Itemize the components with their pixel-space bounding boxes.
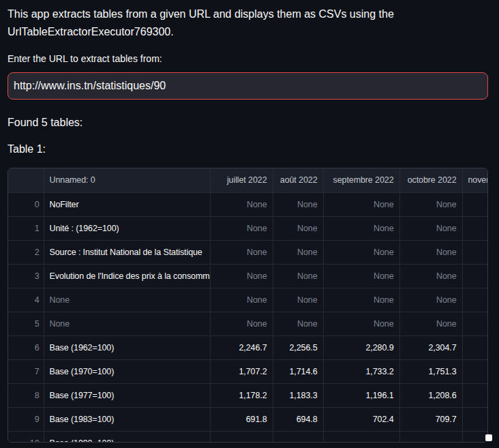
table-cell[interactable]: 709.7 bbox=[399, 407, 462, 431]
table-cell[interactable]: None bbox=[323, 312, 399, 335]
table-cell[interactable]: 691.8 bbox=[210, 407, 273, 431]
table-cell[interactable]: 2,304.7 bbox=[399, 335, 462, 359]
row-index-cell[interactable]: 9 bbox=[8, 407, 44, 431]
table-resize-handle-icon[interactable] bbox=[485, 434, 492, 441]
table-cell[interactable]: None bbox=[210, 240, 273, 264]
table-cell[interactable] bbox=[462, 407, 487, 431]
table-cell[interactable]: 702.4 bbox=[323, 407, 399, 431]
table-row: 5NoneNoneNoneNoneNone bbox=[8, 312, 487, 335]
table-cell[interactable]: None bbox=[399, 312, 462, 335]
table-cell[interactable]: None bbox=[273, 240, 323, 264]
row-index-cell[interactable]: 4 bbox=[8, 288, 44, 312]
table-row: 10Base (1990=100) bbox=[8, 431, 487, 443]
table-cell[interactable] bbox=[462, 264, 487, 288]
found-tables-text: Found 5 tables: bbox=[7, 116, 488, 130]
table-cell[interactable]: None bbox=[323, 192, 399, 216]
table-cell[interactable]: 1,183.3 bbox=[273, 383, 323, 407]
table-cell[interactable]: None bbox=[273, 216, 323, 240]
table-row: 9Base (1983=100)691.8694.8702.4709.7 bbox=[8, 407, 487, 431]
row-index-cell[interactable]: 0 bbox=[8, 192, 44, 216]
table-cell[interactable]: 1,707.2 bbox=[210, 359, 273, 383]
table-cell[interactable]: 1,733.2 bbox=[323, 359, 399, 383]
table-cell[interactable]: Base (1962=100) bbox=[44, 335, 210, 359]
table-cell[interactable]: 2,280.9 bbox=[323, 335, 399, 359]
dataframe-frame: Unnamed: 0juillet 2022août 2022septembre… bbox=[7, 168, 488, 443]
table-cell[interactable] bbox=[462, 312, 487, 335]
table-cell[interactable] bbox=[462, 240, 487, 264]
row-index-cell[interactable]: 10 bbox=[8, 431, 44, 443]
row-index-cell[interactable]: 6 bbox=[8, 335, 44, 359]
table-cell[interactable]: None bbox=[44, 288, 210, 312]
table-cell[interactable]: Base (1983=100) bbox=[44, 407, 210, 431]
table-cell[interactable] bbox=[462, 383, 487, 407]
table-row: 7Base (1970=100)1,707.21,714.61,733.21,7… bbox=[8, 359, 487, 383]
table-cell[interactable]: None bbox=[273, 288, 323, 312]
table-cell[interactable] bbox=[323, 431, 399, 443]
table-cell[interactable]: 2,256.5 bbox=[273, 335, 323, 359]
table-cell[interactable]: 1,178.2 bbox=[210, 383, 273, 407]
table-cell[interactable]: 1,208.6 bbox=[399, 383, 462, 407]
table-cell[interactable]: None bbox=[273, 264, 323, 288]
column-header[interactable]: octobre 2022 bbox=[399, 168, 462, 192]
header-row: Unnamed: 0juillet 2022août 2022septembre… bbox=[8, 168, 487, 192]
row-index-cell[interactable]: 1 bbox=[8, 216, 44, 240]
table-cell[interactable]: None bbox=[323, 264, 399, 288]
table-cell[interactable]: None bbox=[399, 240, 462, 264]
table-cell[interactable]: 694.8 bbox=[273, 407, 323, 431]
row-index-cell[interactable]: 2 bbox=[8, 240, 44, 264]
table-cell[interactable] bbox=[273, 431, 323, 443]
column-header[interactable]: septembre 2022 bbox=[323, 168, 399, 192]
table-cell[interactable]: 1,751.3 bbox=[399, 359, 462, 383]
table-cell[interactable] bbox=[399, 431, 462, 443]
table-cell[interactable] bbox=[462, 216, 487, 240]
table-cell[interactable] bbox=[462, 192, 487, 216]
table-cell[interactable]: None bbox=[399, 216, 462, 240]
row-index-cell[interactable]: 8 bbox=[8, 383, 44, 407]
table-cell[interactable] bbox=[462, 359, 487, 383]
row-index-cell[interactable]: 7 bbox=[8, 359, 44, 383]
table-cell[interactable] bbox=[462, 431, 487, 443]
table-cell[interactable] bbox=[462, 288, 487, 312]
table-cell[interactable]: 1,714.6 bbox=[273, 359, 323, 383]
table-cell[interactable]: Base (1977=100) bbox=[44, 383, 210, 407]
url-input-label: Enter the URL to extract tables from: bbox=[7, 53, 488, 65]
table-cell[interactable]: NoFilter bbox=[44, 192, 210, 216]
table-cell[interactable] bbox=[462, 335, 487, 359]
table-cell[interactable]: Unité : (1962=100) bbox=[44, 216, 210, 240]
table-cell[interactable]: None bbox=[399, 264, 462, 288]
table-cell[interactable]: None bbox=[273, 192, 323, 216]
column-header[interactable]: novembre 2022 bbox=[462, 168, 487, 192]
column-header[interactable] bbox=[8, 168, 44, 192]
table-cell[interactable]: None bbox=[323, 216, 399, 240]
table-cell[interactable]: None bbox=[210, 264, 273, 288]
table-cell[interactable]: None bbox=[210, 216, 273, 240]
table-cell[interactable]: Source : Institut National de la Statist… bbox=[44, 240, 210, 264]
url-input[interactable] bbox=[7, 72, 488, 100]
table-row: 2Source : Institut National de la Statis… bbox=[8, 240, 487, 264]
row-index-cell[interactable]: 3 bbox=[8, 264, 44, 288]
table-cell[interactable]: None bbox=[323, 240, 399, 264]
column-header[interactable]: août 2022 bbox=[273, 168, 323, 192]
table-cell[interactable]: 1,196.1 bbox=[323, 383, 399, 407]
table-cell[interactable]: Evolution de l'Indice des prix à la cons… bbox=[44, 264, 210, 288]
column-header[interactable]: Unnamed: 0 bbox=[44, 168, 210, 192]
table-cell[interactable]: None bbox=[399, 192, 462, 216]
table-cell[interactable]: None bbox=[323, 288, 399, 312]
table-cell[interactable]: 2,246.7 bbox=[210, 335, 273, 359]
table-cell[interactable]: None bbox=[210, 312, 273, 335]
row-index-cell[interactable]: 5 bbox=[8, 312, 44, 335]
table-cell[interactable]: None bbox=[44, 312, 210, 335]
table-row: 1Unité : (1962=100)NoneNoneNoneNone bbox=[8, 216, 487, 240]
table-1-title: Table 1: bbox=[7, 143, 488, 156]
table-cell[interactable]: None bbox=[210, 288, 273, 312]
column-header[interactable]: juillet 2022 bbox=[210, 168, 273, 192]
app-description: This app extracts tables from a given UR… bbox=[7, 5, 488, 41]
table-cell[interactable]: Base (1990=100) bbox=[44, 431, 210, 443]
table-cell[interactable]: None bbox=[399, 288, 462, 312]
table-row: 6Base (1962=100)2,246.72,256.52,280.92,3… bbox=[8, 335, 487, 359]
table-row: 3Evolution de l'Indice des prix à la con… bbox=[8, 264, 487, 288]
table-cell[interactable] bbox=[210, 431, 273, 443]
table-cell[interactable]: None bbox=[210, 192, 273, 216]
table-cell[interactable]: Base (1970=100) bbox=[44, 359, 210, 383]
table-cell[interactable]: None bbox=[273, 312, 323, 335]
